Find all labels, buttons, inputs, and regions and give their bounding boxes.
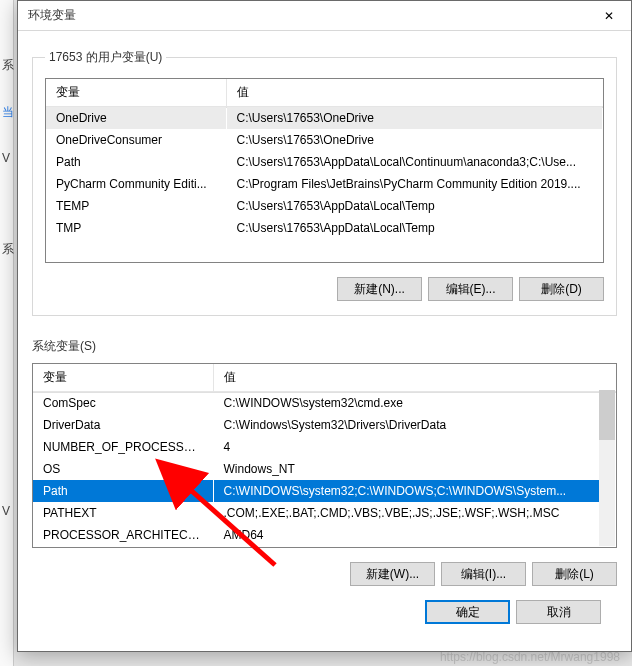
dialog-content: 17653 的用户变量(U) 变量 值 OneDriveC:\Users\176… <box>18 31 631 638</box>
cell-value: C:\Users\17653\AppData\Local\Continuum\a… <box>226 151 603 173</box>
table-row[interactable]: OneDriveC:\Users\17653\OneDrive <box>46 107 603 130</box>
cell-value: .COM;.EXE;.BAT;.CMD;.VBS;.VBE;.JS;.JSE;.… <box>213 502 616 524</box>
cell-value: C:\Users\17653\AppData\Local\Temp <box>226 195 603 217</box>
table-row[interactable]: TMPC:\Users\17653\AppData\Local\Temp <box>46 217 603 239</box>
table-row[interactable]: TEMPC:\Users\17653\AppData\Local\Temp <box>46 195 603 217</box>
cell-value: C:\WINDOWS\system32;C:\WINDOWS;C:\WINDOW… <box>213 480 616 502</box>
cell-name: DriverData <box>33 414 213 436</box>
cell-name: OneDriveConsumer <box>46 129 226 151</box>
cell-value: C:\Windows\System32\Drivers\DriverData <box>213 414 616 436</box>
table-row[interactable]: PathC:\Users\17653\AppData\Local\Continu… <box>46 151 603 173</box>
close-button[interactable]: ✕ <box>586 1 631 31</box>
table-row[interactable]: PATHEXT.COM;.EXE;.BAT;.CMD;.VBS;.VBE;.JS… <box>33 502 616 524</box>
cell-name: ComSpec <box>33 392 213 415</box>
sys-scrollbar[interactable] <box>599 390 615 546</box>
ok-button[interactable]: 确定 <box>425 600 510 624</box>
cell-value: C:\Users\17653\AppData\Local\Temp <box>226 217 603 239</box>
cell-value: C:\WINDOWS\system32\cmd.exe <box>213 392 616 415</box>
background-window-strip: 系 当 V 系 V <box>0 0 14 666</box>
col-header-value[interactable]: 值 <box>226 79 603 107</box>
sys-vars-table-wrap[interactable]: 变量 值 ComSpecC:\WINDOWS\system32\cmd.exeD… <box>32 363 617 548</box>
user-delete-button[interactable]: 删除(D) <box>519 277 604 301</box>
cell-name: TEMP <box>46 195 226 217</box>
cell-name: TMP <box>46 217 226 239</box>
close-icon: ✕ <box>604 9 614 23</box>
cell-value: C:\Users\17653\OneDrive <box>226 129 603 151</box>
titlebar: 环境变量 ✕ <box>18 1 631 31</box>
sys-vars-table: 变量 值 ComSpecC:\WINDOWS\system32\cmd.exeD… <box>33 364 616 546</box>
col-header-name[interactable]: 变量 <box>46 79 226 107</box>
user-vars-table: 变量 值 OneDriveC:\Users\17653\OneDriveOneD… <box>46 79 603 239</box>
cell-value: AMD64 <box>213 524 616 546</box>
main-buttons: 确定 取消 <box>32 586 617 624</box>
cell-name: Path <box>33 480 213 502</box>
sys-edit-button[interactable]: 编辑(I)... <box>441 562 526 586</box>
cell-name: OneDrive <box>46 107 226 130</box>
table-row[interactable]: OSWindows_NT <box>33 458 616 480</box>
sys-vars-legend: 系统变量(S) <box>32 338 617 355</box>
user-edit-button[interactable]: 编辑(E)... <box>428 277 513 301</box>
col-header-name[interactable]: 变量 <box>33 364 213 392</box>
dialog-title: 环境变量 <box>28 7 76 24</box>
table-row[interactable]: PyCharm Community Editi...C:\Program Fil… <box>46 173 603 195</box>
cell-value: Windows_NT <box>213 458 616 480</box>
cell-value: 4 <box>213 436 616 458</box>
cell-name: PyCharm Community Editi... <box>46 173 226 195</box>
cell-name: Path <box>46 151 226 173</box>
user-new-button[interactable]: 新建(N)... <box>337 277 422 301</box>
cell-name: PATHEXT <box>33 502 213 524</box>
table-row[interactable]: PathC:\WINDOWS\system32;C:\WINDOWS;C:\WI… <box>33 480 616 502</box>
watermark: https://blog.csdn.net/Mrwang1998 <box>440 650 620 664</box>
cell-name: OS <box>33 458 213 480</box>
cancel-button[interactable]: 取消 <box>516 600 601 624</box>
table-row[interactable]: DriverDataC:\Windows\System32\Drivers\Dr… <box>33 414 616 436</box>
sys-vars-buttons: 新建(W)... 编辑(I)... 删除(L) <box>32 562 617 586</box>
cell-value: C:\Users\17653\OneDrive <box>226 107 603 130</box>
col-header-value[interactable]: 值 <box>213 364 616 392</box>
user-vars-buttons: 新建(N)... 编辑(E)... 删除(D) <box>45 277 604 301</box>
sys-delete-button[interactable]: 删除(L) <box>532 562 617 586</box>
cell-value: C:\Program Files\JetBrains\PyCharm Commu… <box>226 173 603 195</box>
table-row[interactable]: NUMBER_OF_PROCESSORS4 <box>33 436 616 458</box>
cell-name: NUMBER_OF_PROCESSORS <box>33 436 213 458</box>
scroll-thumb[interactable] <box>599 390 615 440</box>
user-vars-group: 17653 的用户变量(U) 变量 值 OneDriveC:\Users\176… <box>32 49 617 316</box>
table-row[interactable]: PROCESSOR_ARCHITECT...AMD64 <box>33 524 616 546</box>
env-vars-dialog: 环境变量 ✕ 17653 的用户变量(U) 变量 值 OneDriveC:\Us… <box>17 0 632 652</box>
table-row[interactable]: OneDriveConsumerC:\Users\17653\OneDrive <box>46 129 603 151</box>
user-vars-legend: 17653 的用户变量(U) <box>45 49 166 66</box>
user-vars-table-wrap[interactable]: 变量 值 OneDriveC:\Users\17653\OneDriveOneD… <box>45 78 604 263</box>
cell-name: PROCESSOR_ARCHITECT... <box>33 524 213 546</box>
sys-new-button[interactable]: 新建(W)... <box>350 562 435 586</box>
table-row[interactable]: ComSpecC:\WINDOWS\system32\cmd.exe <box>33 392 616 415</box>
